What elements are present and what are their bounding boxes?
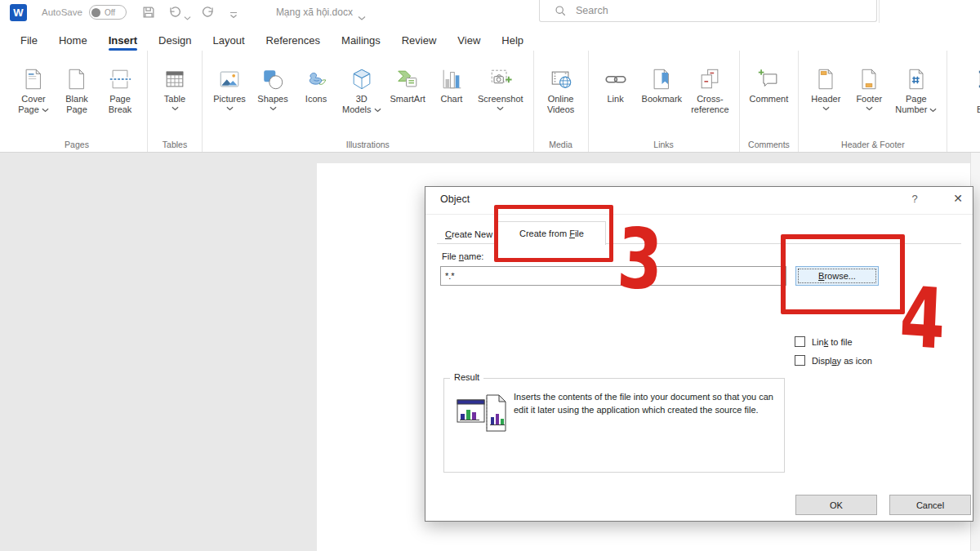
chart-icon — [439, 67, 464, 91]
undo-dropdown-chevron-icon[interactable] — [184, 10, 191, 16]
cancel-button[interactable]: Cancel — [889, 495, 971, 515]
ribbon-button-footer[interactable]: Footer — [849, 67, 889, 111]
annotation-step-4: 4 — [898, 282, 947, 354]
autosave-toggle[interactable]: Off — [89, 5, 127, 20]
ribbon-group-label: Comments — [740, 140, 799, 149]
ribbon-group-label: Pages — [7, 140, 147, 149]
result-description: Inserts the contents of the file into yo… — [514, 390, 790, 416]
table-icon — [163, 67, 187, 91]
ribbon-group-comments: CommentComments — [740, 51, 800, 152]
ribbon-button-pictures[interactable]: Pictures — [210, 67, 249, 111]
file-name-label: File name: — [442, 251, 483, 261]
tab-create-new[interactable]: Create New — [439, 225, 499, 244]
titlebar: W AutoSave Off Mạng xã hội.docx S — [0, 0, 980, 24]
ribbon-button-icons[interactable]: Icons — [296, 67, 336, 104]
ok-button[interactable]: OK — [795, 495, 877, 515]
ribbon-tab-bar: FileHomeInsertDesignLayoutReferencesMail… — [0, 24, 534, 51]
ribbon-button-3d-models[interactable]: 3D Models — [340, 67, 384, 115]
menu-tab-references[interactable]: References — [256, 30, 331, 51]
ribbon-button-cross-reference[interactable]: Cross-reference — [688, 67, 731, 115]
ribbon-group-illustrations: PicturesShapesIcons3D Models SmartArtCha… — [203, 51, 534, 152]
display-as-icon-checkbox[interactable] — [795, 355, 805, 366]
3d-models-icon — [350, 67, 374, 91]
ribbon-button-blank-page[interactable]: Blank Page — [57, 67, 96, 115]
shapes-icon — [261, 67, 285, 91]
document-title[interactable]: Mạng xã hội.docx — [276, 7, 353, 18]
menu-tab-design[interactable]: Design — [148, 30, 202, 51]
chevron-down-icon — [866, 106, 873, 111]
dialog-help-button[interactable]: ? — [906, 193, 924, 205]
ribbon-button-page-break[interactable]: Page Break — [100, 67, 140, 115]
ribbon-button-shapes[interactable]: Shapes — [253, 67, 292, 111]
header-icon — [813, 67, 838, 91]
ribbon-group-header-footer: HeaderFooterPage Number Header & Footer — [799, 51, 947, 152]
chevron-down-icon — [822, 106, 830, 111]
result-group-label: Result — [450, 372, 483, 382]
link-to-file-checkbox[interactable] — [795, 336, 805, 347]
menu-tab-help[interactable]: Help — [491, 30, 534, 51]
chevron-down-icon — [172, 106, 179, 111]
embedded-object-icon — [457, 393, 509, 435]
cover-page-icon — [21, 67, 46, 91]
ribbon-button-link[interactable]: Link — [596, 67, 635, 104]
ribbon-button-text-box[interactable]: Text Box — [969, 67, 980, 115]
document-title-chevron-icon[interactable] — [358, 10, 366, 16]
undo-icon[interactable] — [167, 5, 182, 20]
ribbon-group-label: Tables — [148, 140, 202, 149]
customize-quick-access-icon[interactable] — [229, 8, 238, 17]
ribbon-button-smartart[interactable]: SmartArt — [388, 67, 428, 104]
page-break-icon — [108, 67, 132, 91]
ribbon: Cover Page Blank PagePage BreakPagesTabl… — [0, 51, 980, 153]
annotation-box-browse — [781, 234, 905, 314]
word-logo-icon: W — [10, 4, 27, 21]
ribbon-group-pages: Cover Page Blank PagePage BreakPages — [7, 51, 148, 152]
menu-tab-mailings[interactable]: Mailings — [331, 30, 391, 51]
icons-icon — [304, 67, 328, 91]
save-icon[interactable] — [141, 5, 156, 20]
autosave-toggle-knob — [91, 8, 100, 17]
smartart-icon — [395, 67, 420, 91]
menu-tab-layout[interactable]: Layout — [203, 30, 256, 51]
search-placeholder: Search — [576, 5, 608, 16]
page-number-icon — [904, 67, 929, 91]
autosave-state: Off — [105, 8, 115, 17]
ribbon-button-page-number[interactable]: Page Number — [893, 67, 939, 115]
menu-tab-insert[interactable]: Insert — [98, 30, 148, 51]
menu-tab-view[interactable]: View — [447, 30, 491, 51]
search-input[interactable]: Search — [539, 0, 877, 22]
ribbon-group-label: Illustrations — [203, 140, 533, 149]
display-as-icon-row: Display as icon — [795, 355, 872, 366]
menu-tab-file[interactable]: File — [10, 30, 48, 51]
chevron-down-icon — [270, 106, 277, 111]
link-to-file-label: Link to file — [812, 337, 853, 347]
ribbon-button-screenshot[interactable]: Screenshot — [475, 67, 526, 111]
blank-page-icon — [65, 67, 89, 91]
file-name-input[interactable]: *.* — [440, 266, 786, 286]
titlebar-divider — [879, 0, 880, 23]
word-app-window: W AutoSave Off Mạng xã hội.docx S — [0, 0, 980, 551]
cross-reference-icon — [697, 67, 722, 91]
ribbon-button-table[interactable]: Table — [155, 67, 194, 111]
search-icon — [554, 4, 567, 17]
ribbon-button-chart[interactable]: Chart — [432, 67, 471, 104]
dialog-close-button[interactable]: ✕ — [948, 192, 968, 205]
online-videos-icon — [549, 67, 573, 91]
ribbon-button-comment[interactable]: Comment — [747, 67, 791, 104]
ribbon-button-cover-page[interactable]: Cover Page — [14, 67, 53, 115]
dialog-title: Object — [440, 193, 470, 205]
menu-tab-review[interactable]: Review — [391, 30, 448, 51]
annotation-step-3: 3 — [616, 224, 664, 295]
menu-tab-home[interactable]: Home — [48, 30, 98, 51]
chevron-down-icon — [497, 106, 504, 111]
chevron-down-icon — [929, 108, 937, 113]
ribbon-group-text: Text Box — [947, 51, 980, 152]
ribbon-button-online-videos[interactable]: Online Videos — [541, 67, 581, 115]
ribbon-button-header[interactable]: Header — [806, 67, 845, 111]
screenshot-icon — [488, 67, 513, 91]
bookmark-icon — [649, 67, 674, 91]
ribbon-group-label: Links — [589, 140, 739, 149]
ribbon-group-links: LinkBookmarkCross-referenceLinks — [589, 51, 740, 152]
ribbon-button-bookmark[interactable]: Bookmark — [639, 67, 685, 104]
display-as-icon-label: Display as icon — [812, 356, 872, 366]
redo-icon[interactable] — [201, 5, 216, 20]
